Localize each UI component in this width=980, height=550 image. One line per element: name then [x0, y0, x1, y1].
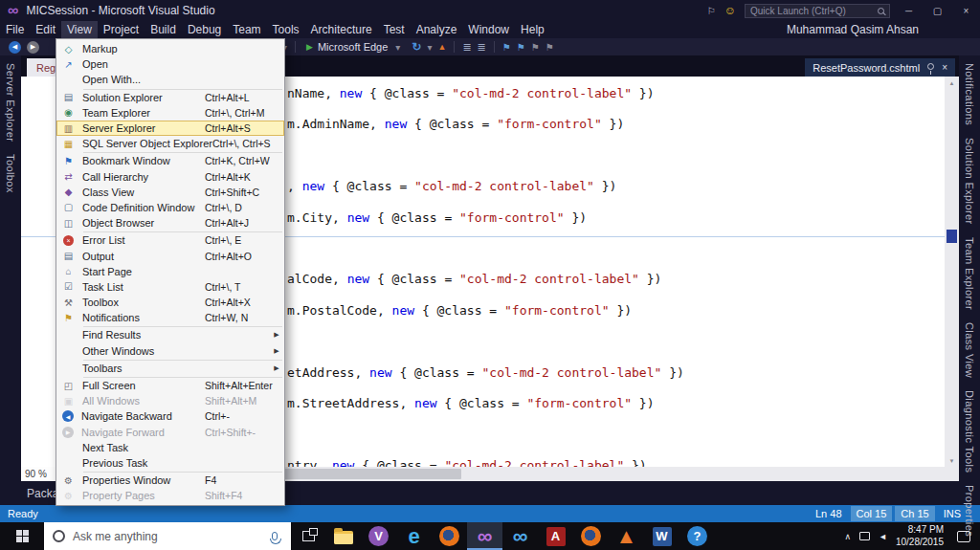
- menu-window[interactable]: Window: [462, 21, 515, 38]
- scroll-position-marker[interactable]: [947, 230, 957, 243]
- minimize-button[interactable]: ─: [899, 6, 919, 16]
- menu-architecture[interactable]: Architecture: [305, 21, 378, 38]
- taskbar-help[interactable]: ?: [679, 522, 715, 550]
- menu-project[interactable]: Project: [98, 21, 145, 38]
- taskbar-viber[interactable]: V: [361, 522, 396, 550]
- refresh-icon[interactable]: ↻: [412, 40, 421, 54]
- menu-test[interactable]: Test: [378, 21, 411, 38]
- menu-file[interactable]: File: [0, 21, 30, 38]
- menu-item-properties-window[interactable]: ⚙Properties WindowF4: [56, 473, 284, 488]
- menu-item-class-view[interactable]: ◆Class ViewCtrl+Shift+C: [56, 185, 284, 200]
- submenu-arrow-icon: ▶: [272, 347, 281, 355]
- menu-item-server-explorer[interactable]: ▥Server ExplorerCtrl+Alt+S: [56, 121, 284, 136]
- menu-build[interactable]: Build: [145, 21, 182, 38]
- menu-item-task-list[interactable]: ☑Task ListCtrl+\, T: [56, 279, 284, 295]
- side-tab-team-explorer[interactable]: Team Explorer: [964, 237, 975, 310]
- close-button[interactable]: ×: [956, 6, 976, 16]
- taskbar-blend[interactable]: ∞: [502, 522, 538, 550]
- menu-item-sql-server-object-explorer[interactable]: ▦SQL Server Object ExplorerCtrl+\, Ctrl+…: [56, 136, 284, 151]
- menu-item-object-browser[interactable]: ◫Object BrowserCtrl+Alt+J: [56, 215, 284, 231]
- pin-icon[interactable]: [927, 63, 934, 70]
- side-tab-solution-explorer[interactable]: Solution Explorer: [964, 138, 975, 225]
- volume-tray-icon[interactable]: ◄: [879, 532, 887, 541]
- bookmark-window-icon: ⚑: [61, 155, 76, 167]
- browser-link-icon[interactable]: ▲: [437, 42, 446, 52]
- maximize-button[interactable]: ▢: [927, 6, 947, 16]
- menu-item-output[interactable]: ▤OutputCtrl+Alt+O: [56, 248, 284, 263]
- hidden-icons-chevron[interactable]: ∧: [844, 532, 851, 541]
- menu-team[interactable]: Team: [227, 21, 266, 38]
- bookmark-toggle-icon[interactable]: ⚑: [531, 42, 540, 53]
- feedback-flag-icon[interactable]: ⚐: [707, 6, 716, 16]
- menu-item-navigate-backward[interactable]: ◀Navigate BackwardCtrl+-: [56, 408, 284, 424]
- taskbar-edge-browser[interactable]: e: [396, 522, 432, 550]
- taskbar-clock[interactable]: 8:47 PM 10/28/2015: [896, 524, 944, 548]
- side-tab-server-explorer[interactable]: Server Explorer: [5, 63, 16, 142]
- scroll-up-icon[interactable]: ▲: [945, 77, 959, 89]
- cortana-search-input[interactable]: Ask me anything: [44, 522, 291, 550]
- taskbar-acrobat-reader[interactable]: A: [538, 522, 573, 550]
- side-tab-diagnostic-tools[interactable]: Diagnostic Tools: [964, 390, 975, 473]
- menu-item-code-definition-window[interactable]: ▢Code Definition WindowCtrl+\, D: [56, 200, 284, 215]
- signed-in-user[interactable]: Muhammad Qasim Ahsan: [787, 23, 919, 36]
- task-view-button[interactable]: [291, 522, 325, 550]
- side-tab-notifications[interactable]: Notifications: [964, 63, 975, 125]
- taskbar-vlc[interactable]: ▲: [609, 522, 644, 550]
- menu-tools[interactable]: Tools: [267, 21, 305, 38]
- menu-item-toolbars[interactable]: Toolbars▶: [56, 361, 284, 376]
- menu-item-team-explorer[interactable]: ◉Team ExplorerCtrl+\, Ctrl+M: [56, 105, 284, 121]
- taskbar-firefox[interactable]: [432, 522, 467, 550]
- taskbar-browser[interactable]: [573, 522, 609, 550]
- bookmark-clear-icon[interactable]: ⚑: [546, 42, 554, 53]
- side-tab-class-view[interactable]: Class View: [964, 322, 975, 378]
- menu-view[interactable]: View: [61, 21, 98, 38]
- menu-item-next-task[interactable]: Next Task: [56, 440, 284, 455]
- menu-item-full-screen[interactable]: ◰Full ScreenShift+Alt+Enter: [56, 378, 284, 393]
- taskbar-word[interactable]: W: [644, 522, 679, 550]
- menu-item-label: Next Task: [82, 442, 205, 453]
- refresh-chevron-icon[interactable]: ▾: [427, 42, 432, 53]
- close-tab-icon[interactable]: ×: [942, 62, 947, 73]
- menu-item-markup[interactable]: ◇Markup: [56, 41, 284, 56]
- menu-item-error-list[interactable]: ×Error ListCtrl+\, E: [56, 232, 284, 248]
- menu-item-find-results[interactable]: Find Results▶: [56, 327, 284, 342]
- menu-item-toolbox[interactable]: ⚒ToolboxCtrl+Alt+X: [56, 295, 284, 310]
- start-button[interactable]: [0, 522, 44, 550]
- debug-run-button[interactable]: ▶ Microsoft Edge ▾: [301, 39, 409, 55]
- microphone-icon[interactable]: [272, 532, 278, 540]
- tab-resetpassword-preview[interactable]: ResetPassword.cshtml ×: [805, 58, 955, 77]
- status-ready: Ready: [8, 508, 38, 519]
- indent-icon[interactable]: ≣: [478, 41, 486, 54]
- menu-item-label: Server Explorer: [82, 122, 205, 134]
- menu-item-notifications[interactable]: ⚑NotificationsCtrl+W, N: [56, 310, 284, 325]
- display-tray-icon[interactable]: [859, 532, 870, 540]
- menu-item-open-with[interactable]: Open With...: [56, 72, 284, 87]
- side-tab-toolbox[interactable]: Toolbox: [5, 154, 16, 193]
- action-center-icon[interactable]: [957, 531, 970, 542]
- outdent-icon[interactable]: ≣: [462, 41, 471, 54]
- feedback-smiley-icon[interactable]: ☺: [724, 4, 736, 17]
- vertical-scrollbar[interactable]: ▲ ▼: [945, 77, 959, 467]
- menu-item-shortcut: Ctrl+Shift+-: [205, 427, 272, 438]
- menu-item-previous-task[interactable]: Previous Task: [56, 455, 284, 471]
- toolbar-navigate-backward-icon[interactable]: ◀: [9, 41, 21, 54]
- menu-item-open[interactable]: ↗Open: [56, 56, 284, 72]
- taskbar-file-explorer[interactable]: [325, 522, 361, 550]
- menu-item-solution-explorer[interactable]: ▤Solution ExplorerCtrl+Alt+L: [56, 90, 284, 105]
- menu-item-start-page[interactable]: ⌂Start Page: [56, 264, 284, 279]
- menu-item-other-windows[interactable]: Other Windows▶: [56, 343, 284, 359]
- bookmark-next-icon[interactable]: ⚑: [517, 42, 525, 53]
- menu-debug[interactable]: Debug: [182, 21, 227, 38]
- scroll-down-icon[interactable]: ▼: [945, 454, 959, 467]
- menu-item-bookmark-window[interactable]: ⚑Bookmark WindowCtrl+K, Ctrl+W: [56, 153, 284, 168]
- menu-analyze[interactable]: Analyze: [411, 21, 463, 38]
- menu-edit[interactable]: Edit: [30, 21, 61, 38]
- toolbar-navigate-forward-icon[interactable]: ▶: [27, 41, 39, 54]
- bookmark-previous-icon[interactable]: ⚑: [502, 42, 511, 53]
- chevron-down-icon[interactable]: ▾: [395, 42, 400, 53]
- menu-item-label: Code Definition Window: [82, 202, 205, 213]
- taskbar-visual-studio[interactable]: ∞: [467, 522, 502, 550]
- menu-help[interactable]: Help: [515, 21, 550, 38]
- quick-launch-input[interactable]: Quick Launch (Ctrl+Q): [745, 4, 890, 18]
- menu-item-call-hierarchy[interactable]: ⇄Call HierarchyCtrl+Alt+K: [56, 169, 284, 185]
